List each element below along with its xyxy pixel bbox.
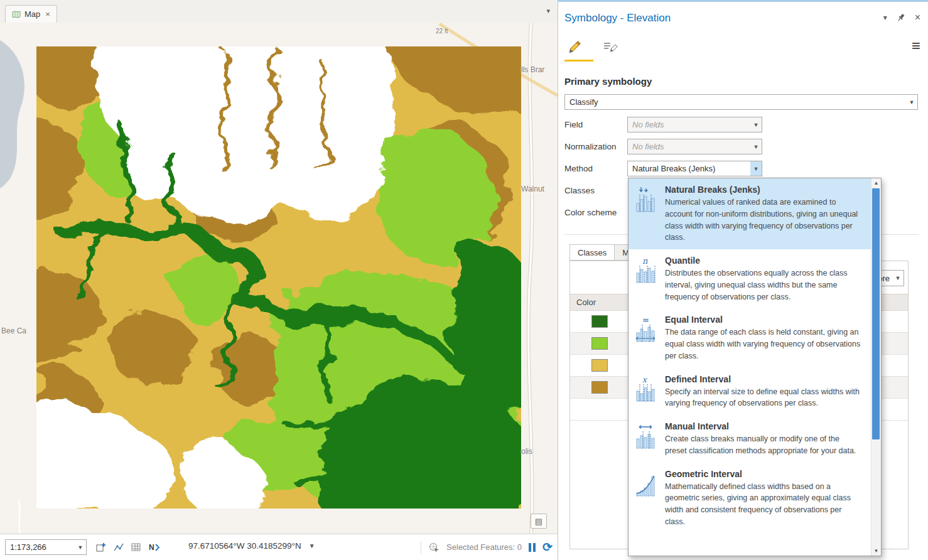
- menu-icon[interactable]: ≡: [912, 38, 920, 53]
- chevron-down-icon[interactable]: ▼: [309, 542, 315, 549]
- method-options-list: Natural Breaks (Jenks) Numerical values …: [629, 178, 871, 556]
- elevation-raster-layer[interactable]: [36, 46, 521, 509]
- method-option-description: The data range of each class is held con…: [665, 326, 862, 362]
- chevron-down-icon[interactable]: ▼: [750, 161, 762, 176]
- arcgis-pro-window: Map × ▾: [0, 0, 928, 560]
- basemap-label-walnut: Walnut: [521, 185, 544, 193]
- basemap-label-falls-branch: lls Brar: [521, 65, 544, 74]
- table-icon[interactable]: [131, 542, 142, 553]
- method-option-natural-breaks[interactable]: Natural Breaks (Jenks) Numerical values …: [629, 178, 871, 249]
- close-icon[interactable]: ×: [915, 14, 920, 21]
- map-scale-value: 1:173,266: [6, 542, 75, 552]
- class-color-swatch[interactable]: [591, 359, 608, 372]
- map-tab-icon: [12, 11, 21, 18]
- pane-menu-chevron-icon[interactable]: ▾: [883, 13, 887, 22]
- map-viewport[interactable]: 22 ft lls Brar Walnut Bee Ca olis ▤: [0, 23, 558, 534]
- normalization-combo[interactable]: No fields ▼: [627, 139, 762, 154]
- basemap-label-olis: olis: [521, 447, 532, 456]
- method-option-description: Mathematically defined class widths base…: [665, 481, 862, 528]
- selection-globe-icon: [428, 542, 440, 553]
- method-option-description: Create class breaks manually or modify o…: [665, 433, 862, 457]
- primary-symbology-tab-icon[interactable]: [566, 37, 585, 56]
- chevron-down-icon: ▼: [750, 122, 762, 128]
- svg-text:N: N: [149, 543, 154, 552]
- map-tabstrip: Map × ▾: [0, 0, 558, 23]
- add-extent-icon[interactable]: [95, 542, 107, 553]
- equal-interval-icon: =: [632, 315, 660, 362]
- chart-icon[interactable]: [113, 542, 124, 553]
- basemap-label-elevation: 22 ft: [436, 28, 448, 35]
- statusbar-right: Selected Features: 0 ⟳: [421, 539, 553, 555]
- map-panel: Map × ▾: [0, 0, 558, 560]
- method-option-title: Manual Interval: [665, 421, 862, 431]
- map-flyout-button[interactable]: ▤: [531, 514, 547, 529]
- pause-drawing-icon[interactable]: [529, 542, 536, 552]
- selected-features-label: Selected Features: 0: [446, 542, 522, 552]
- chevron-down-icon[interactable]: ▼: [75, 544, 86, 551]
- color-column-header: Color: [570, 298, 596, 307]
- north-arrow-icon[interactable]: N: [148, 542, 161, 553]
- field-combo[interactable]: No fields ▼: [627, 117, 762, 132]
- coordinates-value: 97.6710564°W 30.4185299°N: [188, 541, 301, 551]
- method-option-equal-interval[interactable]: = Equal Interval The data range of each …: [629, 308, 871, 367]
- active-tab-underline: [564, 60, 593, 62]
- color-scheme-label: Color scheme: [564, 208, 617, 217]
- map-scale-combo[interactable]: 1:173,266 ▼: [5, 539, 87, 555]
- coordinates-readout[interactable]: 97.6710564°W 30.4185299°N ▼: [188, 541, 315, 551]
- natural-breaks-icon: [632, 185, 660, 244]
- method-option-title: Natural Breaks (Jenks): [665, 185, 862, 195]
- normalization-value: No fields: [628, 142, 750, 151]
- scroll-down-icon[interactable]: ▼: [871, 546, 881, 556]
- defined-interval-icon: x: [632, 374, 660, 410]
- method-option-title: Geometric Interval: [665, 469, 862, 479]
- method-combo[interactable]: Natural Breaks (Jenks) ▼: [627, 161, 762, 176]
- refresh-icon[interactable]: ⟳: [542, 541, 553, 553]
- pane-controls: ▾ ×: [883, 13, 920, 22]
- renderer-combo[interactable]: Classify ▼: [564, 94, 918, 110]
- map-statusbar: 1:173,266 ▼ N: [0, 534, 558, 560]
- symbology-toolrow: ≡: [564, 36, 922, 63]
- classes-label: Classes: [564, 186, 595, 195]
- method-option-title: Quantile: [665, 256, 862, 266]
- method-option-title: Defined Interval: [665, 374, 862, 384]
- method-option-manual-interval[interactable]: Manual Interval Create class breaks manu…: [629, 415, 871, 463]
- chevron-down-icon[interactable]: ▼: [906, 99, 917, 105]
- field-label: Field: [564, 120, 583, 129]
- method-option-geometric-interval[interactable]: Geometric Interval Mathematically define…: [629, 463, 871, 534]
- svg-text:x: x: [642, 375, 647, 384]
- map-tab[interactable]: Map ×: [5, 5, 57, 23]
- method-dropdown-popup: Natural Breaks (Jenks) Numerical values …: [628, 178, 882, 556]
- geometric-interval-icon: [632, 469, 660, 528]
- method-option-title: Equal Interval: [665, 315, 862, 325]
- map-tab-label: Map: [24, 9, 40, 19]
- scroll-up-icon[interactable]: ▲: [871, 178, 881, 188]
- method-label: Method: [564, 164, 593, 173]
- tab-classes[interactable]: Classes: [569, 244, 615, 261]
- chevron-down-icon[interactable]: ▼: [892, 275, 904, 281]
- primary-symbology-heading: Primary symbology: [564, 76, 652, 87]
- method-option-description: Specify an interval size to define equal…: [665, 386, 862, 410]
- svg-text:=: =: [642, 316, 649, 325]
- manual-interval-icon: [632, 421, 660, 457]
- class-color-swatch[interactable]: [591, 381, 608, 394]
- field-value: No fields: [628, 120, 750, 129]
- lake-shape: [0, 40, 24, 188]
- basemap-label-bee-cave: Bee Ca: [1, 326, 26, 335]
- svg-text:n: n: [642, 257, 648, 266]
- tabstrip-chevron-down-icon[interactable]: ▾: [546, 7, 550, 15]
- statusbar-tools: N: [95, 539, 161, 555]
- map-tab-close-icon[interactable]: ×: [45, 9, 50, 19]
- popup-scrollbar[interactable]: ▲ ▼: [871, 178, 881, 556]
- chevron-down-icon: ▼: [750, 144, 762, 150]
- method-value: Natural Breaks (Jenks): [628, 164, 750, 173]
- method-option-quantile[interactable]: n Quantile Distributes the observations …: [629, 249, 871, 308]
- scrollbar-thumb[interactable]: [872, 188, 880, 439]
- vary-symbology-tab-icon[interactable]: [601, 37, 620, 56]
- pane-title: Symbology - Elevation: [564, 12, 671, 24]
- normalization-label: Normalization: [564, 142, 617, 151]
- method-option-defined-interval[interactable]: x Defined Interval Specify an interval s…: [629, 368, 871, 416]
- divider: [421, 541, 421, 554]
- pin-icon[interactable]: [897, 13, 905, 22]
- class-color-swatch[interactable]: [591, 315, 608, 328]
- class-color-swatch[interactable]: [591, 337, 608, 350]
